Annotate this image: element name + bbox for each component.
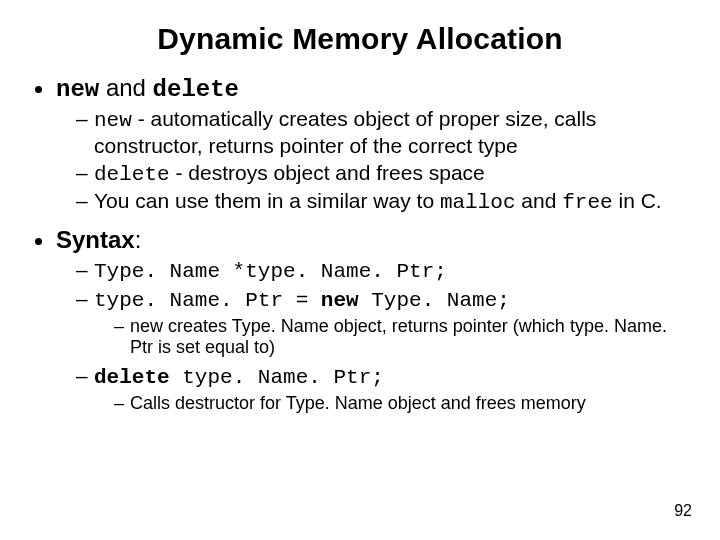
bullet-new-delete: new and delete new - automatically creat… <box>56 74 686 216</box>
code-line-2b: new <box>321 289 359 312</box>
text-mid: and <box>516 189 563 212</box>
sub-new: new - automatically creates object of pr… <box>76 107 686 159</box>
kw-free: free <box>562 191 612 214</box>
subsublist-2: Calls destructor for Type. Name object a… <box>94 393 686 414</box>
syntax-colon: : <box>135 226 142 253</box>
syntax-line-3: delete type. Name. Ptr; Calls destructor… <box>76 364 686 414</box>
kw-delete: delete <box>153 76 239 103</box>
kw-new-inline: new <box>94 109 132 132</box>
note-2: Calls destructor for Type. Name object a… <box>114 393 686 414</box>
kw-new: new <box>56 76 99 103</box>
text-delete-desc: - destroys object and frees space <box>170 161 485 184</box>
kw-malloc: malloc <box>440 191 516 214</box>
bullet-syntax: Syntax: Type. Name *type. Name. Ptr; typ… <box>56 226 686 414</box>
text-post: in C. <box>613 189 662 212</box>
text-new-desc: - automatically creates object of proper… <box>94 107 596 157</box>
syntax-line-2: type. Name. Ptr = new Type. Name; new cr… <box>76 287 686 358</box>
code-line-1: Type. Name *type. Name. Ptr; <box>94 260 447 283</box>
slide-title: Dynamic Memory Allocation <box>34 22 686 56</box>
text-pre: You can use them in a similar way to <box>94 189 440 212</box>
code-line-3a: delete <box>94 366 170 389</box>
syntax-line-1: Type. Name *type. Name. Ptr; <box>76 258 686 285</box>
sublist-new-delete: new - automatically creates object of pr… <box>56 107 686 216</box>
note-1: new creates Type. Name object, returns p… <box>114 316 686 358</box>
code-line-3b: type. Name. Ptr; <box>170 366 384 389</box>
syntax-label: Syntax <box>56 226 135 253</box>
sub-delete: delete - destroys object and frees space <box>76 161 686 188</box>
page-number: 92 <box>674 502 692 520</box>
kw-delete-inline: delete <box>94 163 170 186</box>
subsublist-1: new creates Type. Name object, returns p… <box>94 316 686 358</box>
sub-malloc-free: You can use them in a similar way to mal… <box>76 189 686 216</box>
bullet-list: new and delete new - automatically creat… <box>34 74 686 414</box>
slide: Dynamic Memory Allocation new and delete… <box>0 0 720 540</box>
text-and: and <box>99 74 152 101</box>
sublist-syntax: Type. Name *type. Name. Ptr; type. Name.… <box>56 258 686 414</box>
code-line-2c: Type. Name; <box>359 289 510 312</box>
code-line-2a: type. Name. Ptr = <box>94 289 321 312</box>
